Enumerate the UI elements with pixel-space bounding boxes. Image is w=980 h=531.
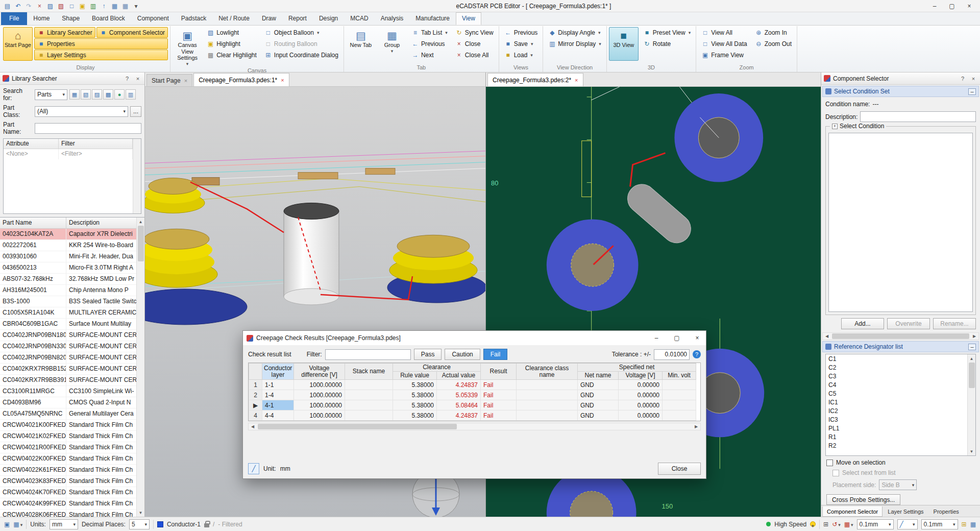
save-view-button[interactable]: ■ Save xyxy=(501,38,541,49)
expand-condition-icon[interactable] xyxy=(832,124,838,129)
part-row[interactable]: CRCW04024K70FKED Standard Thick Film Ch xyxy=(0,487,136,498)
report-icon[interactable]: ▥ xyxy=(88,1,99,11)
draw-mode-combo[interactable]: ╱ xyxy=(897,519,918,529)
hscroll-thumb[interactable] xyxy=(258,424,457,429)
designator-item[interactable]: C4 xyxy=(826,381,967,390)
voltage-difference-header[interactable]: Voltage difference [V] xyxy=(294,364,345,380)
conductor-layer-header[interactable]: Conductor layer xyxy=(262,364,294,380)
view-all-data-button[interactable]: □ View All Data xyxy=(698,38,750,49)
undo-icon[interactable]: ↶ xyxy=(13,1,23,11)
zoom-in-button[interactable]: ⊕ Zoom In xyxy=(752,27,795,38)
ribbon-tab[interactable]: Net / Route xyxy=(212,12,256,25)
part-row[interactable]: CRCW04024K99FKED Standard Thick Film Ch xyxy=(0,498,136,510)
condition-list[interactable] xyxy=(828,133,973,312)
part-row[interactable]: CRCW04028K06FKED Standard Thick Film Ch xyxy=(0,510,136,517)
units-combo[interactable]: mm xyxy=(50,519,78,529)
properties-toggle[interactable]: ■ Properties xyxy=(34,38,168,49)
part-row[interactable]: CC0402JRNP09BN330 SURFACE-MOUNT CER xyxy=(0,341,136,352)
lock-icon[interactable] xyxy=(204,523,209,527)
scroll-up-icon[interactable] xyxy=(968,354,976,363)
zoom-select-icon[interactable]: □ xyxy=(66,1,77,11)
part-row[interactable]: 0436500213 Micro-Fit 3.0TM Right A xyxy=(0,262,136,274)
library-searcher-toggle[interactable]: ■ Library Searcher xyxy=(34,27,95,38)
redo-icon[interactable]: ↷ xyxy=(23,1,34,11)
part-row[interactable]: CC3100R11MRGC CC3100 SimpleLink Wi- xyxy=(0,386,136,397)
tab-creepage-1[interactable]: Creepage_Formula3.pdes:1* xyxy=(193,73,289,86)
designator-item[interactable]: IC1 xyxy=(826,398,967,407)
clear-highlight-button[interactable]: ▩ Clear Highlight xyxy=(204,50,260,60)
mirror-display-button[interactable]: ▥ Mirror Display xyxy=(545,38,604,49)
fail-filter-button[interactable]: Fail xyxy=(483,349,507,360)
part-row[interactable]: CBR04C609B1GAC Surface Mount Multilay xyxy=(0,319,136,330)
side-panel-icon[interactable]: ▥ xyxy=(126,89,136,100)
scissors-icon[interactable]: ▨ xyxy=(45,1,56,11)
panel-tab[interactable]: Layer Settings xyxy=(883,506,928,517)
preset-view-button[interactable]: ■ Preset View xyxy=(640,27,694,38)
scroll-thumb[interactable] xyxy=(969,363,975,388)
attribute-filter-row[interactable]: <None> <Filter> xyxy=(4,149,133,159)
pass-filter-button[interactable]: Pass xyxy=(414,349,442,360)
panel-tab[interactable]: Component Selector xyxy=(822,506,883,517)
highlight-button[interactable]: ▣ Highlight xyxy=(204,38,260,49)
net-name-header[interactable]: Net name xyxy=(578,372,619,380)
designator-item[interactable]: IC2 xyxy=(826,407,967,416)
library-icon[interactable]: ▦ xyxy=(109,1,120,11)
caution-filter-button[interactable]: Caution xyxy=(445,349,480,360)
part-row[interactable]: CRCW04022K00FKED Standard Thick Film Ch xyxy=(0,453,136,465)
grid-size-combo[interactable]: 0.1mm xyxy=(857,519,894,529)
ribbon-tab[interactable]: Home xyxy=(27,12,56,25)
ribbon-tab[interactable]: Analysis xyxy=(375,12,410,25)
3d-view-button[interactable]: ■ 3D View xyxy=(609,27,639,61)
library-sync-icon[interactable]: ▦ xyxy=(120,1,131,11)
scroll-down-icon[interactable] xyxy=(968,447,976,455)
rotate-button[interactable]: ↻ Rotate xyxy=(640,38,694,49)
lowlight-button[interactable]: ▧ Lowlight xyxy=(204,27,260,38)
snap-grid-icon[interactable]: ⊞ xyxy=(962,521,967,528)
scroll-thumb[interactable] xyxy=(138,226,144,261)
scroll-right-icon[interactable] xyxy=(970,332,978,341)
layer-settings-toggle[interactable]: ■ Layer Settings xyxy=(34,50,168,60)
designator-item[interactable]: C2 xyxy=(826,364,967,372)
ribbon-tab[interactable]: View xyxy=(456,12,481,25)
dialog-titlebar[interactable]: Creepage Check Results [Creepage_Formula… xyxy=(243,331,706,345)
part-row[interactable]: CD4093BM96 CMOS Quad 2-Input N xyxy=(0,397,136,408)
result-row-selected[interactable]: ▶ 4-1 1000.00000 5.38000 5.08464 Fail GN… xyxy=(249,400,696,411)
close-tab-button[interactable]: × Close xyxy=(452,38,497,49)
qat-menu-icon[interactable]: ▾ xyxy=(131,1,141,11)
rule-value-header[interactable]: Rule value xyxy=(393,372,437,380)
previous-view-button[interactable]: ← Previous xyxy=(501,27,541,38)
part-class-combo[interactable]: (All) xyxy=(35,106,128,117)
scroll-up-icon[interactable] xyxy=(137,218,145,226)
dialog-help-icon[interactable]: ? xyxy=(693,350,701,358)
online-library-icon[interactable]: ● xyxy=(114,89,125,100)
results-hscrollbar[interactable] xyxy=(248,423,701,430)
part-row[interactable]: CC0402KRX7R9BB391 SURFACE-MOUNT CER xyxy=(0,375,136,386)
part-row[interactable]: 0022272061 KKR 254 Wire-to-Board xyxy=(0,240,136,251)
part-name-input[interactable] xyxy=(35,123,141,134)
new-tab-button[interactable]: ▤ New Tab xyxy=(346,27,376,61)
canvas-view-settings-button[interactable]: ▣ Canvas View Settings xyxy=(173,27,202,67)
ribbon-tab[interactable]: File xyxy=(1,12,27,25)
designator-scrollbar[interactable] xyxy=(967,354,975,455)
part-row[interactable]: B3S-1000 B3S Sealed Tactile Switc xyxy=(0,296,136,307)
dialog-maximize-icon[interactable] xyxy=(668,332,685,344)
part-row[interactable]: CRCW04021K02FKED Standard Thick Film Ch xyxy=(0,431,136,442)
redraw-icon[interactable]: ↺ xyxy=(832,521,841,528)
close-window-icon[interactable] xyxy=(961,1,978,12)
collapse-ref-list-icon[interactable]: – xyxy=(968,344,976,350)
part-row[interactable]: CRCW04021R00FKED Standard Thick Film Ch xyxy=(0,442,136,453)
expand-class-icon[interactable]: ▦ xyxy=(69,89,80,100)
select-condition-set-bar[interactable]: Select Condition Set – xyxy=(822,86,979,97)
description-input[interactable] xyxy=(860,111,976,122)
input-coordinate-dialog-button[interactable]: ⊞ Input Coordinate Dialog xyxy=(261,50,341,60)
dot-grid-icon[interactable]: ▦ xyxy=(970,521,976,528)
grid-settings-icon[interactable]: ▦ xyxy=(844,521,853,528)
scroll-down-icon[interactable] xyxy=(137,509,145,517)
ribbon-tab[interactable]: Design xyxy=(313,12,344,25)
view-all-button[interactable]: □ View All xyxy=(698,27,750,38)
scroll-left-icon[interactable] xyxy=(823,332,831,341)
part-row[interactable]: CRCW04022K61FKED Standard Thick Film Ch xyxy=(0,465,136,476)
tolerance-input[interactable]: 0.01000 xyxy=(654,349,690,360)
result-row[interactable]: 2 1-4 1000.00000 5.38000 5.05339 Fail GN… xyxy=(249,390,696,400)
scroll-left-icon[interactable] xyxy=(249,423,257,431)
